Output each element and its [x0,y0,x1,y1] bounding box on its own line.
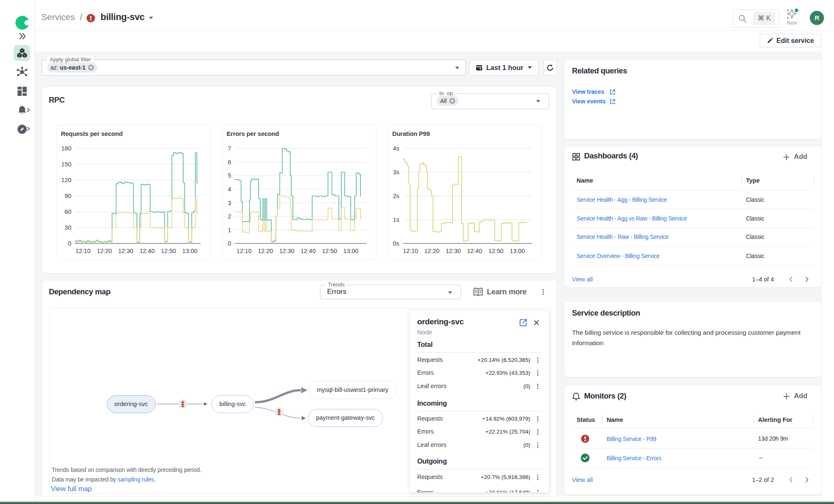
svg-text:1s: 1s [393,216,399,223]
svg-text:4s: 4s [393,145,399,152]
svg-text:60: 60 [65,208,71,215]
svg-text:2s: 2s [393,193,399,199]
svg-text:150: 150 [61,161,71,168]
svg-text:Errors per second: Errors per second [227,130,279,137]
svg-text:12:40: 12:40 [300,248,315,254]
svg-text:12:20: 12:20 [424,248,439,254]
svg-text:6: 6 [228,159,231,165]
svg-text:30: 30 [65,224,71,231]
svg-text:3: 3 [228,200,231,206]
svg-text:0: 0 [68,240,71,247]
svg-text:12:50: 12:50 [489,248,504,254]
svg-text:12:50: 12:50 [322,248,337,254]
svg-text:12:10: 12:10 [237,248,252,254]
svg-text:0: 0 [228,240,231,247]
svg-text:12:40: 12:40 [139,248,154,254]
svg-text:12:30: 12:30 [279,248,294,254]
svg-text:5: 5 [228,172,231,179]
svg-text:12:30: 12:30 [118,248,133,254]
svg-text:12:10: 12:10 [76,248,91,254]
svg-text:12:10: 12:10 [403,248,418,254]
svg-text:13:00: 13:00 [343,248,358,254]
svg-text:Requests per second: Requests per second [61,130,123,137]
svg-text:12:20: 12:20 [97,248,112,254]
svg-text:12:40: 12:40 [467,248,482,254]
svg-text:3s: 3s [393,169,399,176]
svg-text:12:50: 12:50 [161,248,176,254]
svg-text:180: 180 [61,145,71,152]
svg-text:120: 120 [61,177,71,183]
svg-text:0s: 0s [393,240,399,247]
svg-text:Duration P99: Duration P99 [392,130,430,137]
svg-text:1: 1 [228,227,231,233]
svg-text:13:00: 13:00 [182,248,197,254]
svg-text:4: 4 [228,186,231,193]
svg-text:12:20: 12:20 [258,248,273,254]
svg-text:12:30: 12:30 [446,248,461,254]
svg-text:13:00: 13:00 [510,248,525,254]
svg-text:2: 2 [228,213,231,220]
svg-text:90: 90 [65,193,71,199]
svg-text:7: 7 [228,145,231,152]
